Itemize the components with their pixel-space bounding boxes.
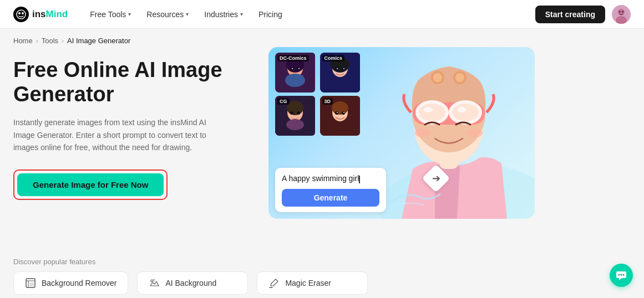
svg-point-25 <box>287 101 303 115</box>
thumbnail-item: DC-Comics <box>275 53 317 93</box>
svg-point-46 <box>424 107 433 112</box>
svg-point-44 <box>419 104 445 121</box>
svg-point-32 <box>335 111 338 115</box>
svg-point-1 <box>18 12 21 14</box>
nav-free-tools[interactable]: Free Tools ▾ <box>83 7 138 22</box>
svg-point-57 <box>618 274 620 276</box>
thumbnail-grid: DC-Comics <box>275 53 361 136</box>
thumbnail-badge: 3D <box>322 98 333 105</box>
svg-point-28 <box>286 119 304 130</box>
svg-point-21 <box>337 68 338 69</box>
thumbnail-badge: CG <box>277 98 290 105</box>
left-section: Free Online AI Image Generator Instantly… <box>13 53 246 200</box>
svg-point-20 <box>342 68 345 71</box>
logo-icon <box>13 7 29 22</box>
svg-point-58 <box>621 274 622 276</box>
svg-point-26 <box>290 111 293 115</box>
svg-point-13 <box>292 68 293 69</box>
svg-point-11 <box>290 68 293 71</box>
svg-point-2 <box>22 12 24 14</box>
navbar: insMind Free Tools ▾ Resources ▾ Industr… <box>0 0 644 29</box>
svg-point-47 <box>457 107 466 112</box>
hero-title: Free Online AI Image Generator <box>13 58 246 106</box>
ai-background-icon <box>149 278 160 289</box>
generate-button[interactable]: Generate <box>282 189 379 207</box>
cta-wrapper: Generate Image for Free Now <box>13 169 168 200</box>
svg-point-0 <box>17 10 26 19</box>
feature-card-background-remover[interactable]: Background Remover <box>13 271 128 295</box>
right-section: DC-Comics <box>268 47 631 224</box>
breadcrumb-tools[interactable]: Tools <box>42 37 58 45</box>
svg-point-52 <box>433 73 442 82</box>
svg-point-14 <box>298 68 300 69</box>
svg-point-59 <box>623 274 625 276</box>
hero-description: Instantly generate images from text usin… <box>13 116 213 153</box>
nav-resources[interactable]: Resources ▾ <box>140 7 195 22</box>
nav-pricing[interactable]: Pricing <box>252 7 289 22</box>
thumbnail-item: 3D <box>320 96 362 136</box>
chevron-down-icon: ▾ <box>240 11 243 17</box>
bottom-section: Discover popular features Background Rem… <box>0 258 644 295</box>
svg-point-22 <box>343 68 344 69</box>
nav-links: Free Tools ▾ Resources ▾ Industries ▾ Pr… <box>83 7 535 22</box>
svg-point-7 <box>622 11 624 12</box>
thumbnail-badge: Comics <box>322 55 345 61</box>
svg-point-19 <box>335 68 338 71</box>
feature-cards: Background Remover AI Background Magic <box>13 271 631 295</box>
breadcrumb-sep-2: › <box>62 37 64 45</box>
logo[interactable]: insMind <box>13 7 68 22</box>
svg-point-34 <box>337 112 338 113</box>
thumbnail-item: Comics <box>320 53 362 93</box>
feature-card-magic-eraser[interactable]: Magic Eraser <box>257 271 368 295</box>
svg-point-49 <box>467 129 483 137</box>
svg-point-35 <box>343 112 344 113</box>
thumbnail-item: CG <box>275 96 317 136</box>
chat-bubble-button[interactable] <box>610 264 633 287</box>
main-content: Free Online AI Image Generator Instantly… <box>0 53 644 253</box>
nav-industries[interactable]: Industries ▾ <box>197 7 250 22</box>
svg-point-6 <box>619 11 621 12</box>
magic-eraser-icon <box>268 278 280 289</box>
discover-label: Discover popular features <box>13 258 631 266</box>
ai-background-label: AI Background <box>165 279 216 287</box>
breadcrumb-current: AI Image Generator <box>67 37 130 45</box>
start-creating-button[interactable]: Start creating <box>535 6 605 23</box>
avatar[interactable] <box>612 5 631 24</box>
chevron-down-icon: ▾ <box>128 11 131 17</box>
cursor <box>359 176 360 183</box>
svg-point-53 <box>455 73 464 82</box>
preview-container: DC-Comics <box>268 47 535 219</box>
navbar-actions: Start creating <box>535 5 631 24</box>
thumbnail-badge: DC-Comics <box>277 55 309 61</box>
magic-eraser-label: Magic Eraser <box>285 279 331 287</box>
breadcrumb-sep-1: › <box>36 37 38 45</box>
svg-point-45 <box>452 104 479 121</box>
background-remover-label: Background Remover <box>42 279 116 287</box>
generate-cta-button[interactable]: Generate Image for Free Now <box>17 173 164 196</box>
logo-text: insMind <box>32 9 68 20</box>
background-remover-icon <box>25 278 36 289</box>
svg-point-48 <box>415 129 430 137</box>
chevron-down-icon: ▾ <box>186 11 189 17</box>
feature-card-ai-background[interactable]: AI Background <box>137 271 248 295</box>
prompt-box: A happy swimming girl Generate <box>275 168 386 212</box>
svg-point-27 <box>297 111 300 115</box>
breadcrumb-home[interactable]: Home <box>13 37 33 45</box>
svg-point-56 <box>151 280 153 282</box>
svg-point-12 <box>297 68 300 71</box>
prompt-text: A happy swimming girl <box>282 173 379 184</box>
svg-rect-55 <box>29 282 34 286</box>
svg-point-33 <box>342 111 345 115</box>
